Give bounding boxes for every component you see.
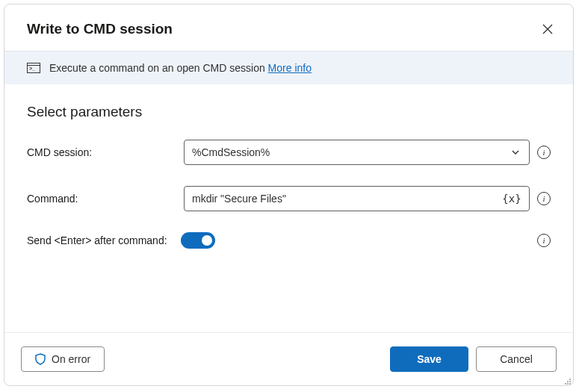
info-banner: Execute a command on an open CMD session… [4,51,573,84]
shield-icon [35,353,46,365]
field-label: Command: [27,193,184,205]
help-icon[interactable]: i [537,192,551,205]
on-error-button[interactable]: On error [21,346,105,372]
svg-point-0 [569,379,571,380]
dialog-title: Write to CMD session [27,21,173,37]
write-to-cmd-session-dialog: Write to CMD session Execute a command o… [4,4,574,386]
field-row-send-enter: Send <Enter> after command: i [27,232,551,249]
variable-picker-button[interactable]: {x} [502,191,521,206]
send-enter-toggle[interactable] [181,232,215,249]
info-banner-desc: Execute a command on an open CMD session [49,62,265,74]
svg-point-3 [565,383,566,385]
command-value: mkdir "Secure Files" [192,193,502,205]
chevron-down-icon [510,146,521,158]
section-title: Select parameters [27,104,551,120]
field-label: CMD session: [27,146,184,158]
info-banner-text: Execute a command on an open CMD session… [49,62,312,74]
save-button[interactable]: Save [390,346,468,372]
cmd-session-select[interactable]: %CmdSession% [184,140,530,165]
resize-handle[interactable] [563,375,572,384]
field-row-command: Command: mkdir "Secure Files" {x} i [27,186,551,211]
command-input[interactable]: mkdir "Secure Files" {x} [184,186,530,211]
cmd-icon [27,63,40,73]
help-icon[interactable]: i [537,146,551,159]
svg-point-1 [567,381,569,382]
svg-point-2 [569,381,571,382]
dialog-footer: On error Save Cancel [4,332,573,385]
cmd-session-value: %CmdSession% [192,146,270,158]
help-icon[interactable]: i [537,234,551,247]
close-button[interactable] [540,22,555,37]
svg-point-4 [567,383,569,385]
svg-point-5 [569,383,571,385]
dialog-content: Select parameters CMD session: %CmdSessi… [4,84,573,332]
toggle-thumb [202,235,212,246]
close-icon [542,24,553,34]
field-label: Send <Enter> after command: [27,234,167,246]
cancel-button[interactable]: Cancel [476,346,557,372]
dialog-header: Write to CMD session [4,4,573,51]
more-info-link[interactable]: More info [268,62,312,74]
on-error-label: On error [52,353,90,365]
field-row-cmd-session: CMD session: %CmdSession% i [27,140,551,165]
